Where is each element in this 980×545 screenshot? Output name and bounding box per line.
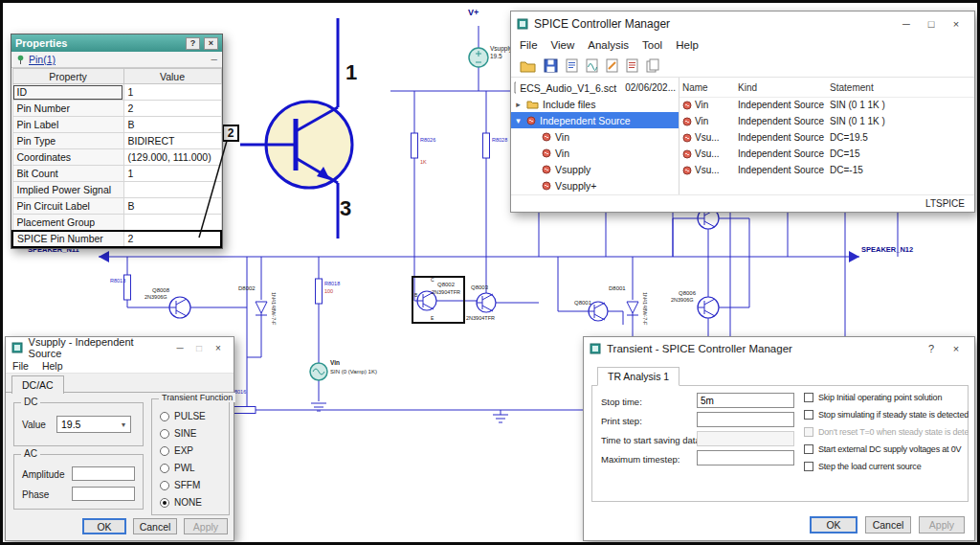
grid-header-statement[interactable]: Statement <box>827 79 974 97</box>
checkbox-skip-initial-op[interactable]: Skip Initial operating point solution <box>804 393 969 402</box>
property-row[interactable]: Pin Number2 <box>12 101 221 117</box>
tab-dcac[interactable]: DC/AC <box>11 375 64 394</box>
project-file-row[interactable]: ECS_Audio_V1_6.sct 02/06/202... <box>511 79 679 96</box>
menu-file[interactable]: File <box>6 360 35 372</box>
radio-icon[interactable] <box>160 412 169 421</box>
property-name-cell[interactable]: Placement Group <box>12 215 123 231</box>
menu-view[interactable]: View <box>545 39 582 51</box>
maximize-icon[interactable]: □ <box>919 15 944 33</box>
property-row[interactable]: Placement Group <box>12 215 221 231</box>
property-value-cell[interactable] <box>123 182 221 198</box>
radio-icon[interactable] <box>160 429 169 439</box>
minimize-icon[interactable]: ─ <box>894 15 919 33</box>
property-name-cell[interactable]: Pin Label <box>12 117 123 133</box>
tree-item-independent-source[interactable]: ▾ Independent Source <box>511 112 679 128</box>
menu-file[interactable]: File <box>513 39 545 51</box>
grid-header-kind[interactable]: Kind <box>735 79 827 97</box>
vsupply-titlebar[interactable]: Vsupply - Independent Source ─ □ × <box>6 337 234 358</box>
cancel-button[interactable]: Cancel <box>865 516 911 534</box>
property-row[interactable]: Bit Count1 <box>12 166 221 182</box>
checkbox-start-dc-0v[interactable]: Start external DC supply voltages at 0V <box>804 444 969 454</box>
cancel-button[interactable]: Cancel <box>133 518 177 534</box>
properties-titlebar[interactable]: Properties ? × <box>11 34 222 52</box>
property-row[interactable]: Pin Circuit LabelB <box>12 198 221 215</box>
report-doc-icon[interactable] <box>626 58 638 73</box>
radio-icon[interactable] <box>160 464 169 473</box>
property-value-cell[interactable]: B <box>123 117 221 133</box>
property-name-cell[interactable]: Coordinates <box>12 149 123 166</box>
property-row[interactable]: Coordinates(129.000, 111.000) <box>12 149 221 166</box>
ok-button[interactable]: OK <box>82 518 126 534</box>
chevron-down-icon[interactable]: ▾ <box>514 116 523 125</box>
source-row[interactable]: Vsu... Independent Source DC=19.5 <box>679 129 974 146</box>
help-icon[interactable]: ? <box>919 340 944 357</box>
checkbox-icon[interactable] <box>804 393 813 402</box>
property-name-cell[interactable]: SPICE Pin Number <box>12 231 123 247</box>
tree-item-source[interactable]: Vsupply+ <box>511 177 679 193</box>
property-name-cell[interactable]: Bit Count <box>12 166 123 182</box>
phase-field[interactable] <box>72 487 135 501</box>
property-row-spice-pin-number[interactable]: SPICE Pin Number2 <box>12 231 221 247</box>
radio-sine[interactable]: SINE <box>160 428 196 439</box>
property-value-cell[interactable]: 1 <box>123 166 221 182</box>
grid-header-name[interactable]: Name <box>679 79 735 97</box>
edit-doc-icon[interactable] <box>606 58 618 73</box>
radio-none[interactable]: NONE <box>160 497 202 508</box>
radio-icon[interactable] <box>160 481 169 490</box>
tree-item-source[interactable]: Vin <box>511 128 679 145</box>
tab-tr-analysis-1[interactable]: TR Analysis 1 <box>597 367 679 386</box>
spice-manager-titlebar[interactable]: SPICE Controller Manager ─ □ × <box>511 11 974 35</box>
help-icon[interactable]: ? <box>186 37 200 50</box>
tree-item-source[interactable]: Vin <box>511 145 679 161</box>
checkbox-stop-steady-state[interactable]: Stop simulating if steady state is detec… <box>804 410 969 420</box>
dc-value-combo[interactable]: 19.5 ▾ <box>56 416 131 433</box>
property-row[interactable]: Pin LabelB <box>12 117 221 133</box>
symbol-editor-view[interactable]: 1 3 2 <box>221 11 384 254</box>
close-icon[interactable]: × <box>944 340 969 357</box>
chevron-down-icon[interactable]: ▾ <box>117 420 130 429</box>
property-name-cell[interactable]: Pin Number <box>12 101 123 117</box>
checkbox-icon[interactable] <box>804 444 813 454</box>
property-value-cell[interactable] <box>123 215 221 231</box>
property-value-cell[interactable]: B <box>123 198 221 215</box>
save-icon[interactable] <box>544 58 558 73</box>
transient-titlebar[interactable]: Transient - SPICE Controller Manager ? × <box>584 337 974 360</box>
close-icon[interactable]: × <box>944 15 969 33</box>
property-row[interactable]: Pin TypeBIDIRECT <box>12 133 221 149</box>
checkbox-step-load-current[interactable]: Step the load current source <box>804 462 969 471</box>
tree-item-include-files[interactable]: ▸ Include files <box>511 96 679 112</box>
amplitude-field[interactable] <box>72 466 135 481</box>
checkbox-icon[interactable] <box>804 410 813 420</box>
menu-analysis[interactable]: Analysis <box>581 39 635 51</box>
property-name-cell[interactable]: Implied Power Signal <box>12 182 123 198</box>
open-file-icon[interactable] <box>520 58 536 73</box>
menu-help[interactable]: Help <box>669 39 705 51</box>
tree-item-source[interactable]: Vsupply <box>511 161 679 177</box>
property-value-cell[interactable]: 2 <box>123 101 221 117</box>
source-row[interactable]: Vsu... Independent Source DC=-15 <box>679 162 974 178</box>
property-row[interactable]: Implied Power Signal <box>12 182 221 198</box>
waveform-doc-icon[interactable] <box>586 58 598 73</box>
radio-icon[interactable] <box>160 446 169 456</box>
copy-doc-icon[interactable] <box>646 58 660 73</box>
radio-pulse[interactable]: PULSE <box>160 411 206 421</box>
radio-icon-selected[interactable] <box>160 498 169 508</box>
radio-pwl[interactable]: PWL <box>160 463 195 473</box>
ok-button[interactable]: OK <box>810 516 858 534</box>
close-icon[interactable]: × <box>204 37 218 50</box>
collapse-icon[interactable]: ─ <box>212 55 217 64</box>
property-name-cell[interactable]: ID <box>12 84 123 101</box>
property-name-cell[interactable]: Pin Circuit Label <box>12 198 123 215</box>
netlist-doc-icon[interactable] <box>566 58 578 73</box>
max-timestep-field[interactable] <box>697 450 794 466</box>
menu-help[interactable]: Help <box>35 360 70 372</box>
checkbox-icon[interactable] <box>804 462 813 471</box>
property-row[interactable]: ID1 <box>12 84 221 101</box>
source-row[interactable]: Vin Independent Source SIN (0 1 1K ) <box>679 97 974 113</box>
minimize-icon[interactable]: ─ <box>170 340 189 355</box>
property-value-cell[interactable]: 1 <box>123 84 221 101</box>
menu-tool[interactable]: Tool <box>635 39 669 51</box>
close-icon[interactable]: × <box>209 340 228 355</box>
property-value-cell[interactable]: (129.000, 111.000) <box>123 149 221 166</box>
source-row[interactable]: Vsu... Independent Source DC=15 <box>679 146 974 162</box>
